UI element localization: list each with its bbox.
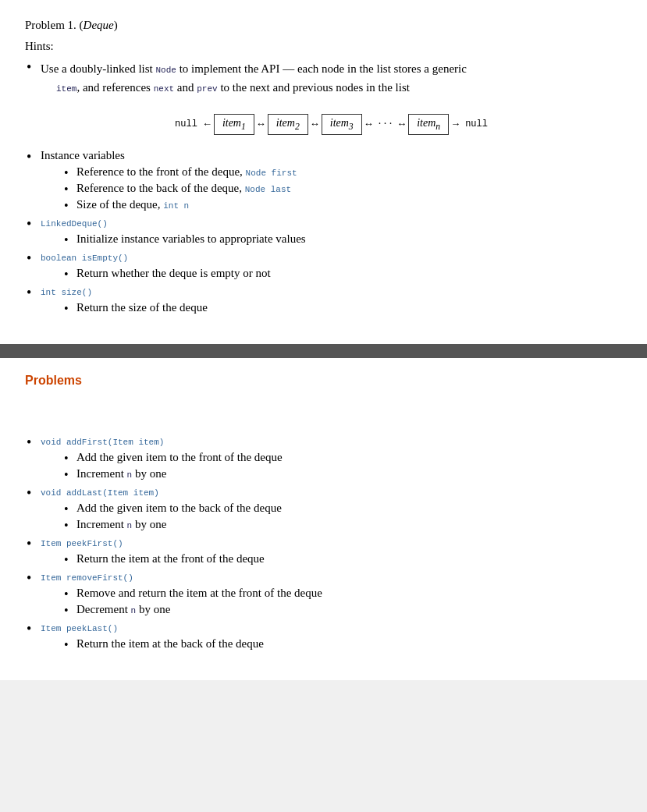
diagram-connector1: ↔ <box>256 118 266 130</box>
top-section: Problem 1. (Deque) Hints: Use a doubly-l… <box>0 0 647 344</box>
addLast-item: void addLast(Item item) Add the given it… <box>25 485 622 531</box>
peekFirst-sublist: Return the item at the front of the dequ… <box>41 552 622 566</box>
diagram-dots: · · · <box>379 118 393 130</box>
instance-vars-item: Instance variables Reference to the fron… <box>25 149 622 211</box>
hints-list: Use a doubly-linked list Node to impleme… <box>25 59 622 314</box>
diagram-connector4: ↔ <box>396 118 407 130</box>
problem-title: Problem 1. (Deque) <box>25 19 622 32</box>
iv-last: Reference to the back of the deque, Node… <box>62 182 622 195</box>
isEmpty-code: boolean isEmpty() <box>41 254 128 263</box>
iv-size: Size of the deque, int n <box>62 198 622 211</box>
instance-vars-label: Instance variables <box>41 149 125 161</box>
size-item: int size() Return the size of the deque <box>25 285 622 314</box>
isEmpty-item: boolean isEmpty() Return whether the deq… <box>25 250 622 280</box>
addLast-sublist: Add the given item to the back of the de… <box>41 502 622 531</box>
addFirst-sub1: Add the given item to the front of the d… <box>62 451 622 464</box>
constructor-code: LinkedDeque() <box>41 219 108 229</box>
size-sub: Return the size of the deque <box>62 301 622 314</box>
section-divider <box>0 344 647 358</box>
diagram-item3: item3 <box>322 114 362 135</box>
peekLast-sublist: Return the item at the back of the deque <box>41 637 622 651</box>
removeFirst-sublist: Remove and return the item at the front … <box>41 587 622 616</box>
peekLast-code: Item peekLast() <box>41 624 118 633</box>
peekFirst-item: Item peekFirst() Return the item at the … <box>25 536 622 566</box>
addLast-code: void addLast(Item item) <box>41 488 159 498</box>
diagram-arrow-right: → <box>450 118 460 130</box>
addFirst-sublist: Add the given item to the front of the d… <box>41 451 622 480</box>
diagram-connector3: ↔ <box>364 118 374 130</box>
isEmpty-sub: Return whether the deque is empty or not <box>62 267 622 280</box>
diagram-connector2: ↔ <box>310 118 320 130</box>
peekFirst-sub1: Return the item at the front of the dequ… <box>62 552 622 566</box>
addFirst-item: void addFirst(Item item) Add the given i… <box>25 434 622 480</box>
problems-section: Problems void addFirst(Item item) Add th… <box>0 358 647 680</box>
peekLast-sub1: Return the item at the back of the deque <box>62 637 622 651</box>
diagram: null ← item1 ↔ item2 ↔ item3 ↔ · · · ↔ i… <box>41 114 622 135</box>
hint-doubly-linked: Use a doubly-linked list Node to impleme… <box>25 59 622 135</box>
diagram-arrow-left: ← <box>202 118 212 130</box>
problem-name: Deque <box>84 19 114 31</box>
problems-list: void addFirst(Item item) Add the given i… <box>25 434 622 651</box>
constructor-sublist: Initialize instance variables to appropr… <box>41 232 622 246</box>
removeFirst-item: Item removeFirst() Remove and return the… <box>25 570 622 616</box>
addFirst-code: void addFirst(Item item) <box>41 438 164 447</box>
size-code: int size() <box>41 288 92 297</box>
addFirst-sub2: Increment n by one <box>62 467 622 480</box>
isEmpty-sublist: Return whether the deque is empty or not <box>41 267 622 280</box>
hint1-text: Use a doubly-linked list Node to impleme… <box>41 62 467 94</box>
addLast-sub2: Increment n by one <box>62 518 622 531</box>
removeFirst-sub2: Decrement n by one <box>62 603 622 616</box>
constructor-sub: Initialize instance variables to appropr… <box>62 232 622 246</box>
diagram-null-right: null <box>465 119 488 129</box>
addLast-sub1: Add the given item to the back of the de… <box>62 502 622 515</box>
peekLast-item: Item peekLast() Return the item at the b… <box>25 621 622 651</box>
constructor-item: LinkedDeque() Initialize instance variab… <box>25 216 622 246</box>
instance-vars-sublist: Reference to the front of the deque, Nod… <box>41 165 622 211</box>
size-sublist: Return the size of the deque <box>41 301 622 314</box>
diagram-itemn: itemn <box>408 114 449 135</box>
hints-label: Hints: <box>25 40 622 53</box>
diagram-item2: item2 <box>268 114 308 135</box>
peekFirst-code: Item peekFirst() <box>41 539 123 548</box>
removeFirst-code: Item removeFirst() <box>41 573 133 583</box>
problem-label: Problem 1. <box>25 19 76 31</box>
problems-heading: Problems <box>25 374 622 388</box>
diagram-item1: item1 <box>214 114 254 135</box>
iv-first: Reference to the front of the deque, Nod… <box>62 165 622 179</box>
diagram-null-left: null <box>175 119 197 129</box>
removeFirst-sub1: Remove and return the item at the front … <box>62 587 622 600</box>
